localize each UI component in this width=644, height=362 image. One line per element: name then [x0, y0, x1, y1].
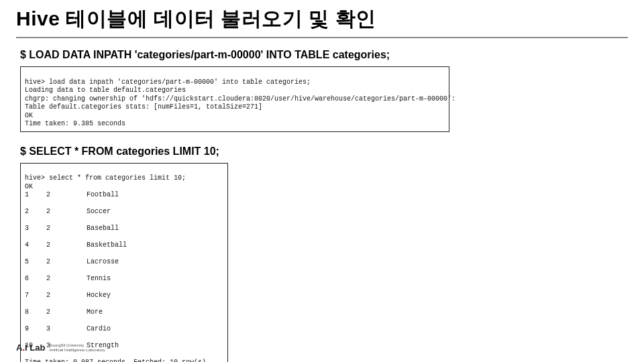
terminal-line: Time taken: 9.385 seconds: [25, 120, 125, 127]
slide-title: Hive 테이블에 데이터 불러오기 및 확인: [16, 5, 628, 37]
table-row: 52Lacrosse: [25, 258, 223, 267]
table-row: 62Tennis: [25, 275, 223, 284]
table-row: 22Soccer: [25, 208, 223, 217]
terminal-line: OK: [25, 183, 33, 190]
terminal-line: Time taken: 0.087 seconds, Fetched: 10 r…: [25, 359, 206, 362]
footer-logo: A.I Lab: [16, 343, 45, 353]
title-divider: [16, 37, 628, 38]
command-select: $ SELECT * FROM categories LIMIT 10;: [20, 145, 628, 158]
footer-subtitle: SoongSil University Artificial Intellige…: [49, 343, 105, 352]
command-load: $ LOAD DATA INPATH 'categories/part-m-00…: [20, 49, 628, 61]
table-row: 12Football: [25, 191, 223, 200]
terminal-line: hive> select * from categories limit 10;: [25, 174, 186, 182]
table-row: 82More: [25, 308, 223, 317]
table-row: 42Basketball: [25, 241, 223, 250]
table-row: 72Hockey: [25, 292, 223, 300]
terminal-output-select: hive> select * from categories limit 10;…: [20, 163, 228, 363]
footer: A.I Lab SoongSil University Artificial I…: [16, 343, 105, 353]
terminal-line: Table default.categories stats: [numFile…: [25, 103, 262, 111]
terminal-line: Loading data to table default.categories: [25, 86, 186, 94]
table-row: 32Baseball: [25, 225, 223, 233]
terminal-output-load: hive> load data inpath 'categories/part-…: [20, 66, 449, 132]
terminal-line: OK: [25, 112, 33, 119]
terminal-line: hive> load data inpath 'categories/part-…: [25, 78, 311, 86]
terminal-line: chgrp: changing ownership of 'hdfs://qui…: [25, 95, 455, 103]
table-row: 93Cardio: [25, 325, 223, 334]
